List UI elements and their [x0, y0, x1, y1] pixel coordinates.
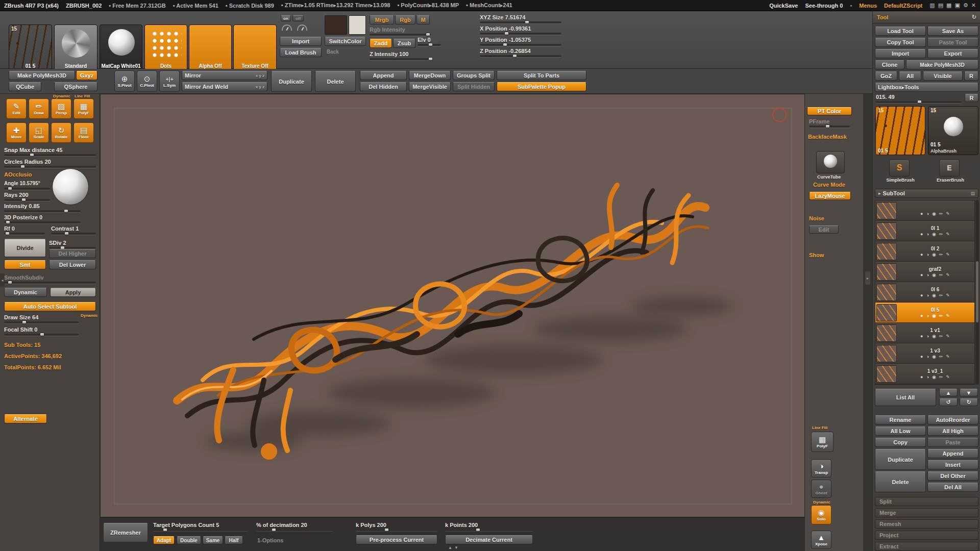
eye-icon[interactable]: ◉: [932, 232, 936, 237]
slider-track[interactable]: [4, 321, 79, 323]
half-button[interactable]: Half: [225, 536, 243, 544]
qsphere-button[interactable]: QSphere: [54, 82, 97, 91]
sdiv-slider[interactable]: SDiv 2: [49, 240, 96, 249]
persp-button[interactable]: ▨ Persp: [51, 98, 71, 119]
slider-track[interactable]: [480, 44, 561, 46]
ao-rays-slider[interactable]: Rays 200: [4, 192, 50, 201]
toggle-icon[interactable]: ◑: [926, 334, 929, 339]
main-color-swatch[interactable]: [325, 15, 347, 35]
slider-track[interactable]: [480, 55, 561, 57]
rf-slider[interactable]: Rf 0: [4, 226, 45, 235]
subtool-menu-icon[interactable]: ▤: [970, 191, 975, 196]
subtool-row[interactable]: 0l 6 ● ◑ ◉ ✏ ✎: [875, 282, 974, 303]
slider-track[interactable]: [370, 58, 431, 60]
rotate-button[interactable]: ↻ Rotate: [51, 122, 71, 143]
del-higher-button[interactable]: Del Higher: [49, 249, 96, 258]
toggle-icon[interactable]: ●: [920, 252, 923, 257]
xpose-button[interactable]: ▲ Xpose: [811, 531, 831, 549]
default-zscript-button[interactable]: DefaultZScript: [884, 3, 922, 9]
del-other-button[interactable]: Del Other: [927, 471, 978, 481]
simplebrush-item[interactable]: S SimpleBrush: [880, 159, 921, 183]
duplicate-button[interactable]: Duplicate: [271, 71, 312, 92]
del-all-button[interactable]: Del All: [927, 483, 978, 492]
slider-track[interactable]: [51, 233, 96, 235]
paste-subtool-button[interactable]: Paste: [927, 438, 978, 447]
subtool-scrollbar[interactable]: [975, 200, 979, 385]
slider-track[interactable]: [256, 529, 333, 531]
secondary-color-swatch[interactable]: [349, 15, 366, 35]
stroke-dots-tile[interactable]: Dots: [144, 24, 187, 71]
toggle-icon[interactable]: ●: [920, 354, 923, 359]
pen-icon[interactable]: ✎: [946, 334, 950, 339]
eye-icon[interactable]: ◉: [932, 354, 936, 359]
target-polygons-slider[interactable]: Target Polygons Count 5: [153, 522, 248, 531]
subpalette-popup-button[interactable]: SubPalette Popup: [497, 82, 586, 91]
slider-track[interactable]: [4, 210, 81, 212]
mergevisible-button[interactable]: MergeVisible: [409, 82, 451, 91]
import-button[interactable]: Import: [280, 37, 322, 46]
toggle-icon[interactable]: ◑: [926, 272, 929, 278]
brush-icon[interactable]: ✏: [939, 211, 943, 216]
ao-intensity-slider[interactable]: Intensity 0.85: [4, 203, 81, 212]
subtool-section-header[interactable]: ▸ SubTool ▤: [875, 189, 978, 198]
panels-icon[interactable]: ▤: [938, 2, 943, 9]
curvetube-brush-tile[interactable]: [816, 151, 845, 173]
slider-track[interactable]: [480, 33, 561, 35]
load-tool-button[interactable]: Load Tool: [875, 27, 926, 36]
slider-track[interactable]: [4, 154, 96, 156]
cpivot-button[interactable]: ⊙ C.Pivot: [137, 70, 157, 92]
see-through-slider[interactable]: See-through 0: [805, 3, 843, 9]
eraserbrush-item[interactable]: E EraserBrush: [930, 159, 971, 183]
decimate-current-button[interactable]: Decimate Current: [445, 535, 533, 544]
brush-icon[interactable]: ✏: [939, 232, 943, 237]
intensity-gauge-icon[interactable]: [297, 24, 307, 31]
subtool-row[interactable]: 0l 1 ● ◑ ◉ ✏ ✎: [875, 221, 974, 241]
mirror-button[interactable]: Mirror x y z: [182, 71, 267, 80]
eye-icon[interactable]: ◉: [932, 313, 936, 318]
pen-icon[interactable]: ✎: [946, 272, 950, 278]
ao-angle-slider[interactable]: Angle 10.5795°: [4, 181, 50, 190]
spivot-button[interactable]: ⊕ S.Pivot: [114, 70, 135, 92]
refresh-icon[interactable]: ↻: [972, 14, 976, 20]
xyz-size-slider[interactable]: XYZ Size 7.51674: [480, 14, 561, 23]
same-button[interactable]: Same: [203, 536, 223, 544]
append-subtool-button[interactable]: Append: [927, 449, 978, 458]
polyf-strip-button[interactable]: ▦ PolyF: [811, 432, 834, 452]
toggle-icon[interactable]: ◑: [926, 293, 929, 298]
brush-icon[interactable]: ✏: [939, 374, 943, 380]
smooth-subdiv-slider[interactable]: SmoothSubdiv: [4, 274, 96, 284]
split-hidden-button[interactable]: Split Hidden: [453, 82, 495, 91]
subtool-row[interactable]: 0l 2 ● ◑ ◉ ✏ ✎: [875, 241, 974, 262]
delete-subtool-button[interactable]: Delete: [875, 471, 926, 492]
texture-tile[interactable]: Texture Off: [233, 24, 277, 71]
draw-size-dynamic-tag[interactable]: Dynamic: [81, 313, 97, 318]
slider-track[interactable]: [4, 221, 81, 223]
brush-icon[interactable]: ✏: [939, 334, 943, 339]
eye-icon[interactable]: ◉: [932, 272, 936, 278]
section-extract[interactable]: Extract: [875, 542, 978, 551]
contrast-slider[interactable]: Contrast 1: [51, 226, 96, 235]
matcap-tile[interactable]: MatCap White01: [100, 24, 142, 71]
copy-subtool-button[interactable]: Copy: [875, 438, 926, 447]
toggle-icon[interactable]: ●: [920, 211, 923, 216]
adapt-button[interactable]: Adapt: [153, 536, 175, 544]
import-tool-button[interactable]: Import: [875, 49, 926, 58]
z-position-slider[interactable]: Z Position -0.26854: [480, 48, 561, 57]
subtool-up-button[interactable]: ▲: [939, 389, 958, 396]
subtool-move-down-button[interactable]: ↻: [960, 398, 978, 406]
k-polys-slider[interactable]: k Polys 200: [356, 522, 437, 531]
noise-button[interactable]: Noise: [809, 215, 824, 221]
slider-track[interactable]: [4, 199, 50, 201]
insert-subtool-button[interactable]: Insert: [927, 460, 978, 469]
lightbox-tools-button[interactable]: Lightbox▸Tools: [875, 83, 978, 92]
pen-icon[interactable]: ✎: [946, 252, 950, 257]
toggle-icon[interactable]: ◑: [926, 313, 929, 318]
zadd-button[interactable]: Zadd: [370, 39, 392, 48]
brush-icon[interactable]: ✏: [939, 252, 943, 257]
copy-tool-button[interactable]: Copy Tool: [875, 38, 926, 47]
goz-all-button[interactable]: All: [899, 71, 921, 81]
mrgb-button[interactable]: Mrgb: [370, 15, 394, 24]
draw-mode-button[interactable]: ✏ Draw: [29, 98, 49, 119]
goz-visible-button[interactable]: Visible: [923, 71, 963, 81]
delete-button[interactable]: Delete: [315, 71, 356, 92]
